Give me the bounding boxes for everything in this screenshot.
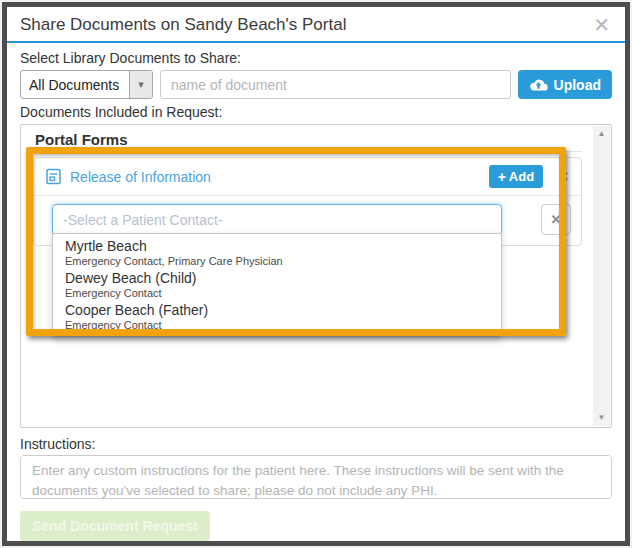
contact-option[interactable]: Cooper Beach (Father) Emergency Contact	[53, 301, 501, 333]
contact-options-panel: Myrtle Beach Emergency Contact, Primary …	[52, 233, 502, 337]
contact-option-name: Myrtle Beach	[53, 237, 501, 255]
send-document-request-button[interactable]: Send Document Request	[20, 511, 210, 541]
patient-contact-select[interactable]	[52, 204, 502, 235]
documents-included-label: Documents Included in Request:	[20, 104, 612, 120]
list-scrollbar[interactable]: ▲ ▼	[593, 126, 610, 426]
document-name-input[interactable]	[160, 70, 511, 99]
scroll-down-icon[interactable]: ▼	[598, 414, 606, 422]
documents-list: Portal Forms Release of Information	[22, 126, 593, 426]
clear-icon: ✕	[551, 212, 562, 227]
contact-option[interactable]: Myrtle Beach Emergency Contact, Primary …	[53, 237, 501, 269]
remove-document-icon[interactable]: ✕	[558, 169, 569, 184]
upload-button[interactable]: Upload	[518, 70, 612, 99]
document-card: Release of Information + Add ✕ ✕	[33, 157, 582, 246]
contact-select-row: ✕ Myrtle Beach Emergency Contact, Primar…	[34, 196, 581, 245]
document-type-select[interactable]: All Documents ▾	[20, 70, 153, 99]
dialog-title: Share Documents on Sandy Beach's Portal	[20, 15, 346, 35]
contact-option-detail: Emergency Contact	[53, 287, 501, 301]
library-controls: All Documents ▾ Upload	[20, 70, 612, 99]
document-row: Release of Information + Add ✕	[34, 158, 581, 196]
dialog-body: Select Library Documents to Share: All D…	[7, 43, 625, 541]
dialog-header: Share Documents on Sandy Beach's Portal …	[7, 7, 625, 43]
documents-listbox: Portal Forms Release of Information	[20, 124, 612, 428]
close-icon[interactable]: ✕	[591, 15, 612, 35]
contact-option-name: Dewey Beach (Child)	[53, 269, 501, 287]
share-documents-dialog: Share Documents on Sandy Beach's Portal …	[2, 2, 630, 546]
upload-button-label: Upload	[554, 77, 601, 93]
contact-option[interactable]: Dewey Beach (Child) Emergency Contact	[53, 269, 501, 301]
contact-option-detail: Emergency Contact, Primary Care Physicia…	[53, 255, 501, 269]
instructions-label: Instructions:	[20, 436, 612, 452]
add-button[interactable]: + Add	[489, 165, 543, 188]
contact-option-name: Cooper Beach (Father)	[53, 301, 501, 319]
document-icon	[46, 168, 61, 185]
instructions-textarea[interactable]	[20, 455, 612, 499]
document-title-link[interactable]: Release of Information	[70, 169, 211, 185]
chevron-down-icon[interactable]: ▾	[129, 71, 152, 98]
scroll-up-icon[interactable]: ▲	[598, 130, 606, 138]
document-group-title: Portal Forms	[33, 130, 582, 152]
plus-icon: +	[498, 170, 506, 184]
library-label: Select Library Documents to Share:	[20, 50, 612, 66]
cloud-upload-icon	[529, 78, 548, 91]
add-button-label: Add	[509, 169, 534, 184]
document-type-value: All Documents	[21, 71, 129, 98]
contact-option-detail: Emergency Contact	[53, 319, 501, 333]
clear-contact-button[interactable]: ✕	[541, 204, 571, 235]
